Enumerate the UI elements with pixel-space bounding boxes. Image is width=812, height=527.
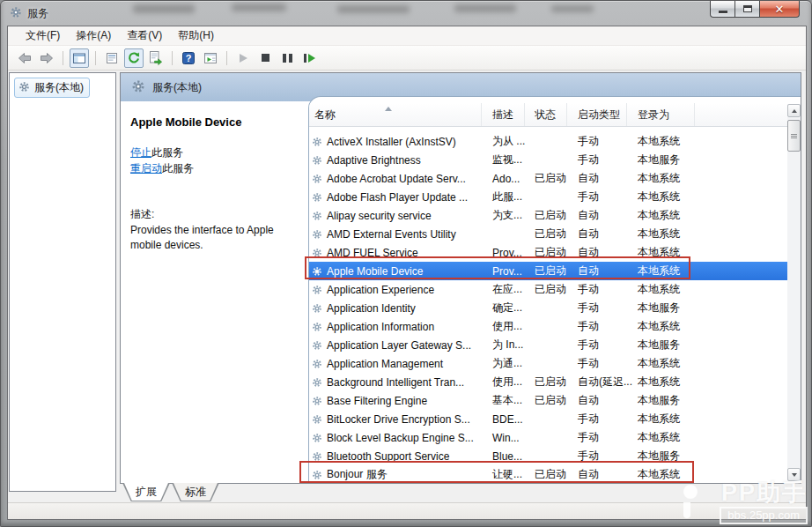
menu-file[interactable]: 文件(F) bbox=[18, 26, 68, 46]
extended-view-button[interactable] bbox=[201, 48, 220, 68]
stop-service-button[interactable] bbox=[255, 48, 275, 68]
service-name-cell: Block Level Backup Engine S... bbox=[309, 432, 482, 444]
forward-button[interactable] bbox=[37, 48, 56, 68]
toolbar-separator bbox=[226, 51, 227, 65]
service-logon-cell: 本地系统 bbox=[627, 319, 695, 334]
vertical-scrollbar[interactable] bbox=[787, 104, 801, 481]
restart-service-link[interactable]: 重启动 bbox=[130, 162, 162, 174]
table-row[interactable]: Application Identity确定...手动本地服务 bbox=[309, 299, 787, 317]
background-blur bbox=[133, 4, 195, 13]
table-row[interactable]: Base Filtering Engine基本...已启动自动本地服务 bbox=[309, 391, 787, 410]
menu-bar: 文件(F) 操作(A) 查看(V) 帮助(H) bbox=[8, 26, 806, 46]
minimize-button[interactable] bbox=[710, 1, 735, 18]
table-row[interactable]: Block Level Backup Engine S...Win...手动本地… bbox=[309, 428, 787, 447]
help-button[interactable]: ? bbox=[179, 48, 198, 68]
stop-service-link[interactable]: 停止 bbox=[130, 146, 151, 159]
service-description-cell: 此服... bbox=[482, 189, 525, 204]
table-row[interactable]: BitLocker Drive Encryption S...BDE...手动本… bbox=[309, 410, 787, 428]
restart-service-icon bbox=[304, 54, 315, 63]
pane-header-title: 服务(本地) bbox=[152, 80, 202, 95]
scroll-up-button[interactable] bbox=[787, 104, 801, 117]
table-row[interactable]: Application Information使用...手动本地系统 bbox=[309, 317, 787, 336]
service-gear-icon bbox=[312, 192, 322, 203]
service-logon-cell: 本地系统 bbox=[627, 356, 695, 371]
table-row[interactable]: Adobe Acrobat Update Serv...Ado...已启动自动本… bbox=[309, 169, 787, 188]
column-header-logon-as[interactable]: 登录为 bbox=[627, 103, 695, 126]
back-icon bbox=[18, 51, 32, 65]
window-gear-icon bbox=[10, 6, 22, 21]
maximize-button[interactable] bbox=[735, 1, 760, 18]
tree-node-label: 服务(本地) bbox=[34, 80, 84, 95]
service-status-cell: 已启动 bbox=[525, 393, 567, 408]
service-startup-type-cell: 自动 bbox=[567, 393, 627, 408]
toolbar-separator bbox=[63, 51, 63, 65]
service-logon-cell: 本地系统 bbox=[627, 282, 695, 297]
service-gear-icon bbox=[312, 303, 322, 314]
service-startup-type-cell: 自动 bbox=[567, 226, 627, 241]
help-icon: ? bbox=[181, 51, 196, 65]
properties-button[interactable] bbox=[102, 48, 122, 68]
service-description-cell: Win... bbox=[482, 432, 525, 444]
service-startup-type-cell: 手动 bbox=[567, 430, 627, 445]
minimize-icon bbox=[719, 11, 727, 13]
column-header-name[interactable]: 名称 bbox=[309, 103, 482, 126]
service-description-cell: 为 In... bbox=[482, 338, 525, 353]
refresh-button[interactable] bbox=[124, 48, 144, 68]
services-list: 名称 描述 状态 启动类型 登录为 ActiveX Installer (AxI… bbox=[308, 96, 801, 483]
tree-node-services-local[interactable]: 服务(本地) bbox=[14, 78, 90, 98]
pause-service-button[interactable] bbox=[277, 48, 297, 68]
tab-standard[interactable]: 标准 bbox=[172, 483, 219, 501]
service-startup-type-cell: 手动 bbox=[567, 356, 627, 371]
close-button[interactable]: ✕ bbox=[760, 1, 800, 18]
start-service-button[interactable] bbox=[233, 48, 253, 68]
service-logon-cell: 本地系统 bbox=[627, 171, 695, 186]
column-header-status[interactable]: 状态 bbox=[525, 103, 567, 126]
background-blur bbox=[232, 4, 286, 11]
service-logon-cell: 本地系统 bbox=[627, 375, 695, 390]
table-row[interactable]: AMD External Events Utility已启动自动本地系统 bbox=[309, 225, 787, 243]
background-blur bbox=[454, 4, 516, 12]
service-description-cell: 确定... bbox=[482, 301, 525, 315]
service-status-cell: 已启动 bbox=[525, 208, 567, 223]
restart-service-button[interactable] bbox=[299, 48, 319, 68]
table-row[interactable]: Adaptive Brightness监视...手动本地服务 bbox=[309, 151, 787, 169]
table-row[interactable]: Background Intelligent Tran...使用...已启动自动… bbox=[309, 373, 787, 391]
service-name-cell: Base Filtering Engine bbox=[309, 395, 482, 407]
export-list-icon bbox=[148, 50, 164, 66]
scrollbar-thumb[interactable] bbox=[787, 120, 801, 152]
background-blur bbox=[337, 5, 410, 13]
table-row[interactable]: Application Layer Gateway S...为 In...手动本… bbox=[309, 336, 787, 354]
service-gear-icon bbox=[312, 322, 322, 332]
service-gear-icon bbox=[312, 359, 322, 369]
column-header-startup-type[interactable]: 启动类型 bbox=[567, 103, 627, 126]
menu-view[interactable]: 查看(V) bbox=[119, 26, 170, 46]
stop-service-icon bbox=[262, 54, 269, 62]
service-name-cell: Application Identity bbox=[309, 302, 482, 315]
service-startup-type-cell: 自动(延迟... bbox=[567, 375, 627, 390]
export-list-button[interactable] bbox=[146, 48, 166, 68]
table-row[interactable]: Application Management为通...手动本地系统 bbox=[309, 354, 787, 373]
service-startup-type-cell: 手动 bbox=[567, 189, 627, 204]
service-startup-type-cell: 手动 bbox=[567, 338, 627, 353]
table-row[interactable]: Adobe Flash Player Update ...此服...手动本地系统 bbox=[309, 188, 787, 206]
show-console-tree-button[interactable] bbox=[70, 48, 89, 68]
list-column-header: 名称 描述 状态 启动类型 登录为 bbox=[309, 103, 801, 127]
menu-action[interactable]: 操作(A) bbox=[68, 26, 119, 46]
tab-extended[interactable]: 扩展 bbox=[122, 483, 170, 501]
table-row[interactable]: Application Experience在应...已启动手动本地系统 bbox=[309, 280, 787, 299]
menu-help[interactable]: 帮助(H) bbox=[170, 26, 222, 46]
back-button[interactable] bbox=[15, 48, 34, 68]
service-gear-icon bbox=[312, 155, 322, 166]
service-name-cell: Adaptive Brightness bbox=[309, 154, 482, 167]
services-console-screenshot: { "window": { "title": "服务" }, "menu": {… bbox=[0, 0, 812, 527]
table-row[interactable]: Alipay security service为支...已启动自动本地系统 bbox=[309, 206, 787, 225]
service-logon-cell: 本地系统 bbox=[627, 134, 695, 149]
service-startup-type-cell: 手动 bbox=[567, 301, 627, 315]
column-header-description[interactable]: 描述 bbox=[482, 103, 525, 126]
toolbar: ? bbox=[8, 46, 806, 71]
scroll-down-icon bbox=[792, 473, 797, 477]
service-gear-icon bbox=[312, 451, 322, 462]
table-row[interactable]: ActiveX Installer (AxInstSV)为从 ...手动本地系统 bbox=[309, 132, 787, 151]
console-tree-icon bbox=[72, 51, 86, 65]
extended-view-icon bbox=[203, 51, 218, 65]
